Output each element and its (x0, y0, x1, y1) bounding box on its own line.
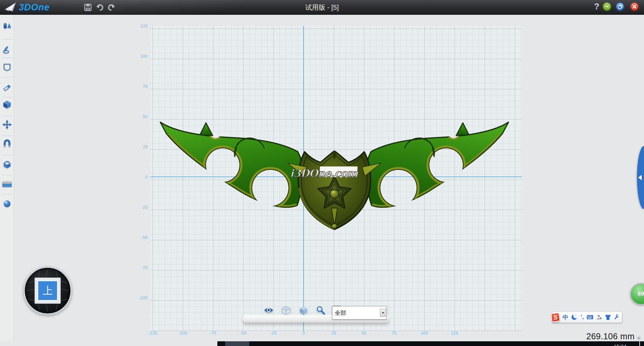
axis-x-label: -75 (206, 331, 220, 336)
axis-y-label: -25 (133, 205, 148, 210)
axis-y-label: 50 (133, 114, 148, 119)
measure-icon[interactable] (1, 179, 13, 190)
selection-filter-input[interactable] (332, 306, 380, 319)
title-bar: 3DOne 试用版 - [5] ? (0, 0, 644, 15)
chevron-down-icon (382, 312, 384, 314)
axis-y-label: -100 (133, 295, 148, 300)
measurement-spinner[interactable]: ▾ (636, 336, 641, 341)
axis-x-label: -100 (175, 331, 190, 336)
sketch-grid (150, 26, 522, 331)
basic-solids-icon[interactable] (1, 19, 13, 31)
skin-tshirt-icon[interactable] (604, 313, 611, 321)
visibility-eye-icon[interactable] (264, 305, 274, 315)
toolbox-wrench-icon[interactable] (613, 313, 620, 321)
axis-x-label: -50 (236, 331, 251, 336)
nav-cube-top-face[interactable]: 上 (37, 280, 58, 301)
y-axis-line (303, 26, 304, 331)
axis-x-label: 125 (447, 331, 462, 336)
material-render-icon[interactable] (1, 198, 13, 209)
app-logo: 3DOne (5, 2, 50, 13)
special-feature-icon[interactable] (1, 158, 13, 170)
paper-plane-icon (5, 2, 17, 13)
taskbar-divider (639, 341, 640, 346)
moon-icon[interactable] (571, 313, 577, 321)
axis-y-label: 75 (133, 84, 148, 89)
axis-y-label: 125 (133, 23, 148, 29)
punctuation-icon[interactable]: ’, (580, 313, 584, 321)
taskbar-app-segment[interactable] (225, 341, 249, 346)
svg-text:S: S (600, 317, 601, 319)
axis-x-label: 25 (326, 331, 341, 336)
viewport[interactable]: 1251007550250-25-50-75-100 -125-100-75-5… (14, 15, 644, 346)
sketch-icon[interactable] (1, 44, 13, 55)
chinese-mode-icon[interactable]: 中 (562, 313, 569, 321)
undo-button[interactable] (95, 2, 105, 12)
minimize-button[interactable] (602, 2, 611, 11)
window-title: 试用版 - [5] (221, 0, 423, 15)
constraint-magnet-icon[interactable] (1, 138, 13, 150)
axis-y-label: 100 (133, 54, 148, 59)
taskbar-clock: 15:34 (614, 343, 627, 346)
selection-filter-combobox (332, 306, 387, 319)
axis-y-label: -75 (133, 265, 148, 270)
left-toolbar (0, 15, 14, 341)
move-icon[interactable] (1, 119, 13, 130)
axis-x-label: 0 (296, 331, 311, 336)
feature-cube-icon[interactable] (1, 99, 13, 110)
shaded-cube-icon[interactable] (299, 305, 309, 315)
ime-toolbar: S 中 ’, S (552, 311, 622, 323)
sketch-surface-icon[interactable] (1, 62, 13, 73)
soft-keyboard-icon[interactable] (587, 313, 593, 321)
close-button[interactable] (630, 2, 639, 11)
restore-button[interactable] (615, 2, 625, 11)
os-taskbar[interactable]: 15:34 (217, 341, 644, 346)
score-value: 69 (638, 291, 644, 297)
measurement-readout: 269.106 mm (586, 332, 635, 341)
axis-y-label: 25 (133, 144, 148, 149)
x-axis-line (150, 177, 522, 177)
axis-x-label: -125 (145, 331, 160, 336)
edit-model-icon[interactable] (1, 82, 13, 93)
axis-y-label: 0 (133, 175, 148, 180)
brand-text: 3DOne (19, 2, 50, 13)
sogou-logo-icon[interactable]: S (550, 312, 560, 322)
zoom-magnifier-icon[interactable] (316, 305, 326, 315)
axis-x-label: 100 (417, 331, 432, 336)
help-button[interactable]: ? (591, 1, 602, 13)
axis-y-label: -50 (133, 235, 148, 240)
view-navigation-ball[interactable]: 上 (23, 266, 72, 315)
save-button[interactable] (83, 2, 93, 12)
account-person-icon[interactable]: S (596, 313, 602, 321)
wireframe-cube-icon[interactable] (281, 305, 291, 315)
filter-dropdown-button[interactable] (380, 309, 386, 317)
axis-x-label: 50 (357, 331, 371, 336)
axis-x-label: 75 (387, 331, 401, 336)
axis-x-label: -25 (266, 331, 281, 336)
application-window: 3DOne 试用版 - [5] ? (0, 0, 644, 346)
redo-button[interactable] (106, 2, 116, 12)
chevron-left-icon (638, 175, 642, 180)
